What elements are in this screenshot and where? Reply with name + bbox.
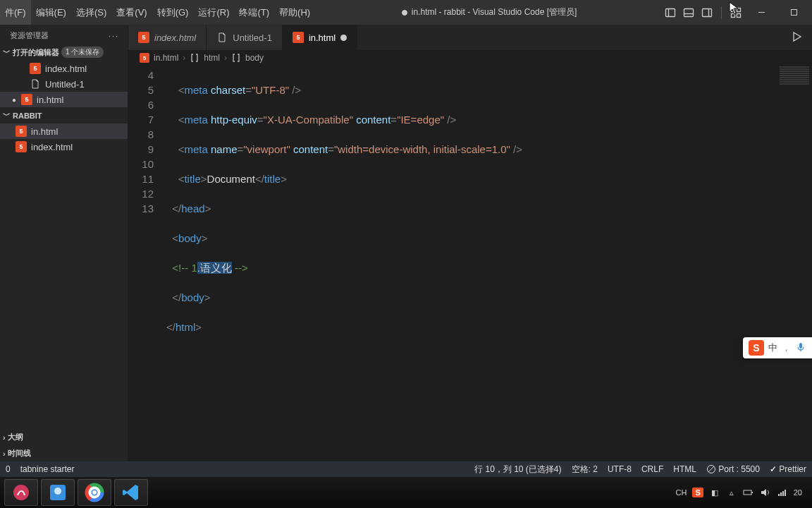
tab-label: Untitled-1 xyxy=(233,32,272,43)
html-file-icon: 5 xyxy=(21,94,32,105)
breadcrumb-node[interactable]: html xyxy=(204,53,220,63)
html-file-icon: 5 xyxy=(16,141,27,152)
svg-point-14 xyxy=(13,485,29,500)
tab-bar: 5 index.html Untitled-1 5 in.html xyxy=(128,25,812,50)
code-content[interactable]: <meta charset="UTF-8" /> <meta http-equi… xyxy=(166,66,812,461)
svg-line-13 xyxy=(708,466,714,472)
status-position[interactable]: 行 10，列 10 (已选择4) xyxy=(474,464,561,476)
tab-index-html[interactable]: 5 index.html xyxy=(128,25,207,50)
menu-select[interactable]: 选择(S) xyxy=(71,0,111,25)
status-tabnine[interactable]: tabnine starter xyxy=(20,464,75,474)
taskbar-vscode[interactable] xyxy=(114,479,148,506)
menu-help[interactable]: 帮助(H) xyxy=(274,0,315,25)
status-encoding[interactable]: UTF-8 xyxy=(608,464,632,474)
editor-area: 5 index.html Untitled-1 5 in.html 5 in.h… xyxy=(128,25,812,461)
run-icon[interactable] xyxy=(791,31,802,44)
breadcrumb-node[interactable]: body xyxy=(245,53,264,63)
tray-ime-ch[interactable]: CH xyxy=(676,488,687,497)
tab-label: index.html xyxy=(154,32,196,43)
taskbar-app-2[interactable] xyxy=(41,479,75,506)
file-name: index.html xyxy=(45,64,87,74)
menu-view[interactable]: 查看(V) xyxy=(111,0,152,25)
taskbar-chrome[interactable] xyxy=(78,479,111,506)
tray-battery-icon[interactable] xyxy=(743,487,754,498)
chevron-right-icon: › xyxy=(3,449,6,458)
customize-layout-icon[interactable] xyxy=(729,6,743,20)
html-file-icon: 5 xyxy=(138,32,149,43)
timeline-section[interactable]: › 时间线 xyxy=(0,445,128,461)
sidebar-more-icon[interactable]: ··· xyxy=(109,32,119,40)
menu-run[interactable]: 运行(R) xyxy=(193,0,234,25)
html-file-icon: 5 xyxy=(140,53,149,63)
window-maximize[interactable] xyxy=(780,3,808,23)
window-minimize[interactable] xyxy=(747,3,775,23)
breadcrumb[interactable]: 5 in.html › html › body xyxy=(128,50,812,66)
file-name: in.html xyxy=(31,126,58,137)
tray-icon[interactable]: ◧ xyxy=(709,487,720,498)
main-area: 资源管理器 ··· ﹀ 打开的编辑器 1 个未保存 5 index.html U… xyxy=(0,25,812,461)
brackets-icon xyxy=(231,53,241,63)
code-editor[interactable]: 45678910111213 <meta charset="UTF-8" /> … xyxy=(128,66,812,461)
ime-mode[interactable]: 中 xyxy=(768,341,777,354)
title-right-controls xyxy=(663,3,808,23)
open-editors-label: 打开的编辑器 xyxy=(13,47,59,58)
minimap[interactable] xyxy=(777,66,812,108)
folder-section[interactable]: ﹀ RABBIT xyxy=(0,107,128,123)
html-file-icon: 5 xyxy=(293,32,304,43)
open-editor-item[interactable]: 5 index.html xyxy=(0,61,128,76)
layout-panel-icon[interactable] xyxy=(682,6,696,20)
tray-sogou-icon[interactable]: S xyxy=(692,488,703,497)
ime-toolbar[interactable]: S 中 ， xyxy=(743,337,812,358)
status-eol[interactable]: CRLF xyxy=(641,464,663,474)
tray-volume-icon[interactable] xyxy=(760,487,771,498)
brackets-icon xyxy=(190,53,199,63)
title-bar: 件(F) 编辑(E) 选择(S) 查看(V) 转到(G) 运行(R) 终端(T)… xyxy=(0,0,812,25)
mic-icon[interactable] xyxy=(795,341,806,355)
svg-rect-6 xyxy=(732,8,735,11)
layout-primary-sidebar-icon[interactable] xyxy=(663,6,677,20)
svg-rect-7 xyxy=(737,8,741,11)
open-editor-item[interactable]: Untitled-1 xyxy=(0,76,128,92)
menu-file[interactable]: 件(F) xyxy=(0,0,31,25)
chevron-right-icon: › xyxy=(183,53,185,63)
file-name: index.html xyxy=(31,142,73,152)
tray-wifi-icon[interactable] xyxy=(777,487,788,498)
status-prettier[interactable]: ✓ Prettier xyxy=(770,464,806,474)
open-editor-item[interactable]: ● 5 in.html xyxy=(0,92,128,107)
status-language[interactable]: HTML xyxy=(673,464,696,474)
dirty-dot-icon xyxy=(340,35,347,41)
svg-rect-29 xyxy=(799,343,802,349)
windows-taskbar: CH S ◧ ▵ 20 xyxy=(0,477,812,508)
status-spaces[interactable]: 空格: 2 xyxy=(572,464,598,476)
ime-punct[interactable]: ， xyxy=(782,341,791,354)
svg-point-22 xyxy=(92,490,97,495)
menu-terminal[interactable]: 终端(T) xyxy=(234,0,274,25)
tray-clock[interactable]: 20 xyxy=(794,488,802,497)
status-port[interactable]: Port : 5500 xyxy=(706,464,760,475)
sidebar-explorer: 资源管理器 ··· ﹀ 打开的编辑器 1 个未保存 5 index.html U… xyxy=(0,25,128,461)
no-circle-icon xyxy=(706,464,716,474)
chevron-right-icon: › xyxy=(224,53,227,63)
tray-icon[interactable]: ▵ xyxy=(726,487,737,498)
status-left-0[interactable]: 0 xyxy=(6,464,11,474)
open-editors-section[interactable]: ﹀ 打开的编辑器 1 个未保存 xyxy=(0,44,128,61)
svg-rect-4 xyxy=(703,8,712,16)
html-file-icon: 5 xyxy=(16,126,27,137)
html-file-icon: 5 xyxy=(30,63,41,74)
tab-untitled[interactable]: Untitled-1 xyxy=(207,25,283,50)
file-item[interactable]: 5 in.html xyxy=(0,123,128,139)
breadcrumb-file[interactable]: in.html xyxy=(154,53,178,63)
menu-goto[interactable]: 转到(G) xyxy=(152,0,194,25)
outline-label: 大纲 xyxy=(8,432,23,442)
menu-bar: 件(F) 编辑(E) 选择(S) 查看(V) 转到(G) 运行(R) 终端(T)… xyxy=(0,0,315,25)
sidebar-title: 资源管理器 ··· xyxy=(0,25,128,44)
spacer xyxy=(20,66,25,71)
tab-in-html[interactable]: 5 in.html xyxy=(283,25,357,50)
layout-secondary-sidebar-icon[interactable] xyxy=(700,6,714,20)
outline-section[interactable]: › 大纲 xyxy=(0,429,128,445)
taskbar-app-1[interactable] xyxy=(4,479,38,506)
menu-edit[interactable]: 编辑(E) xyxy=(31,0,71,25)
chevron-down-icon: ﹀ xyxy=(3,110,11,121)
file-item[interactable]: 5 index.html xyxy=(0,139,128,155)
separator xyxy=(721,6,722,19)
